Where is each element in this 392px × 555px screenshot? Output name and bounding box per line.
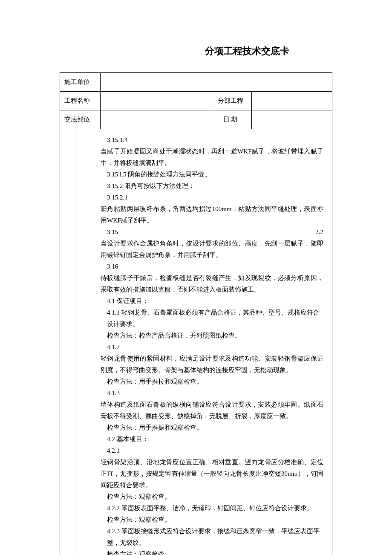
clause-3-15-1-5: 3.15.l.5 阴角的接缝处理方法同平缝。 — [101, 169, 323, 180]
label-construction-unit: 施工单位 — [60, 72, 101, 91]
header-table: 施工单位 工程名称 分部工程 交底部位 日 期 — [60, 72, 332, 129]
clause-4-1-2-text: 轻钢龙骨使用的紧固材料，应满足设计要求及构造功能。安装轻钢骨架应保证刚度，不得弯… — [101, 353, 323, 376]
clause-4-1-2-num: 4.1.2 — [101, 341, 323, 353]
clause-4-1-2-check: 检查方法：用手推拉和观察检查。 — [101, 376, 323, 387]
clause-3-16-text: 待板缝腻子干燥后，检查板缝是否有裂缝产生，如发现裂纹，必须分析原因，采取有效的措… — [101, 272, 323, 295]
clause-4-2-3: 4.2.3 罩面板接缝形式应符合设计要求，接缝和压条宽窄一致，平缝应表面平整，无… — [101, 526, 323, 549]
clause-4-2: 4.2 基本项目： — [101, 434, 323, 445]
clause-4-1-3-num: 4.1.3 — [101, 387, 323, 399]
clause-3-15-2: 3.15.2 阳角可按以下方法处理： — [101, 180, 323, 192]
clause-3-15-1-4-num: 3.15.1.4 — [101, 134, 323, 146]
clause-4-1-1-check: 检查方法：检查产品合格证，并对照图纸检查。 — [101, 330, 323, 341]
clause-4-1-1: 4.1.1 轻钢龙骨、石膏罩面板必须有产品合格证，其品种、型号、规格应符合设计要… — [101, 307, 323, 330]
clause-4-2-3-check: 检查方法：观察检查。 — [101, 549, 323, 555]
clause-4-1-3-check: 检查方法：用手推振和观察检查。 — [101, 422, 323, 434]
clause-num-left: 3.15 — [107, 226, 118, 238]
value-disclosure-part — [101, 110, 209, 129]
clause-4-1-3-text: 墙体构造及纸面石膏板的纵横向铺设应符合设计要求，安装必须牢固。纸面石膏板不得受潮… — [101, 399, 323, 422]
clause-3-16-num: 3.16 — [101, 261, 323, 272]
clause-4-2-1-text: 轻钢骨架沿顶、沿地龙骨应位置正确、相对垂直。竖向龙骨应分档准确、定位正直，无变形… — [101, 457, 323, 491]
clause-3-15-1-4-text: 当腻子开始凝固又尚处于潮湿状态时，再刮一道WKF腻子，将玻纤带埋入腻子中，并将板… — [101, 146, 323, 169]
clause-3-15-2-2-num: 3.15 2.2 — [101, 226, 323, 238]
content-table: 3.15.1.4 当腻子开始凝固又尚处于潮湿状态时，再刮一道WKF腻子，将玻纤带… — [60, 129, 332, 555]
label-project-name: 工程名称 — [60, 91, 101, 110]
value-project-name — [101, 91, 209, 110]
clause-3-15-2-2-text: 当设计要求作金属护角条时，按设计要求的部位、高度，先刮一层腻子，随即用镀锌钉固定… — [101, 238, 323, 261]
document-title: 分项工程技术交底卡 — [60, 43, 332, 60]
left-stub-cell — [60, 129, 77, 555]
value-date — [252, 110, 332, 129]
header-row-3: 交底部位 日 期 — [60, 110, 332, 129]
clause-3-15-2-1-num: 3.15.2.1 — [101, 192, 323, 203]
label-date: 日 期 — [209, 110, 252, 129]
clause-4-2-1-num: 4.2.1 — [101, 445, 323, 457]
value-subproject — [252, 91, 332, 110]
label-disclosure-part: 交底部位 — [60, 110, 101, 129]
clause-4-2-2-check: 检查方法：观察检查。 — [101, 514, 323, 526]
clause-4-2-1-check: 检查方法：观察检查。 — [101, 491, 323, 503]
label-subproject: 分部工程 — [209, 91, 252, 110]
header-row-2: 工程名称 分部工程 — [60, 91, 332, 110]
header-row-1: 施工单位 — [60, 72, 332, 91]
value-construction-unit — [101, 72, 332, 91]
content-cell: 3.15.1.4 当腻子开始凝固又尚处于潮湿状态时，再刮一道WKF腻子，将玻纤带… — [77, 129, 332, 555]
clause-4-1: 4.1 保证项目： — [101, 295, 323, 307]
clause-num-right: 2.2 — [315, 226, 323, 238]
clause-3-15-2-1-text: 阳角粘贴两层玻纤布条，角两边均拐过100mm，粘贴方法同平缝处理，表面亦用WKF… — [101, 203, 323, 226]
clause-4-2-2: 4.2.2 罩面板表面平整、洁净，无锤印，钉固间距、钉位应符合设计要求。 — [101, 503, 323, 514]
